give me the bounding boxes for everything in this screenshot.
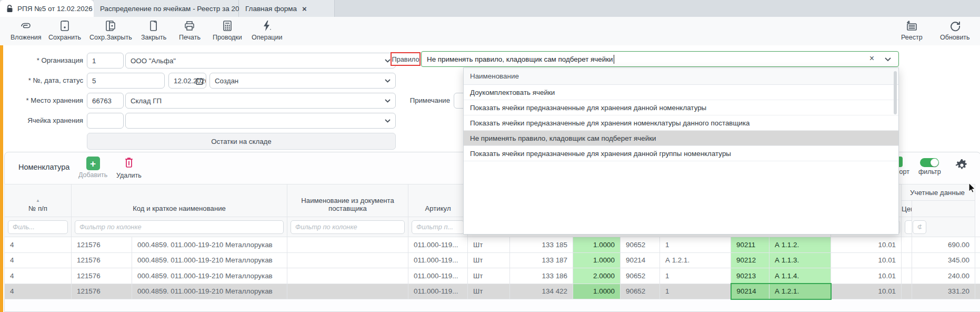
table-cell-id[interactable]: 134 422	[510, 284, 573, 299]
table-cell-qty[interactable]: 1.0000	[573, 252, 621, 268]
col-header-code-name[interactable]: Код и краткое наименование	[72, 184, 287, 217]
table-cell-supplier[interactable]	[287, 268, 408, 284]
table-cell-target_name[interactable]: А 1.2.1.	[769, 284, 831, 299]
chevron-down-icon[interactable]	[385, 59, 391, 63]
table-cell-cell_name[interactable]: 1	[660, 284, 731, 299]
filter-article-input[interactable]	[412, 220, 464, 234]
registry-button[interactable]: Реестр	[901, 19, 923, 41]
table-cell-unit[interactable]: Шт	[468, 237, 510, 253]
table-cell-name[interactable]: 000.4859. 011.000-119-210 Металлорукав	[132, 284, 287, 299]
table-cell-clip[interactable]	[975, 268, 980, 284]
table-cell-code[interactable]: 121576	[72, 284, 132, 299]
table-row[interactable]: 4121576000.4859. 011.000-119-210 Металло…	[5, 237, 980, 253]
table-cell-num[interactable]: 4	[5, 252, 72, 268]
table-cell-cell_code[interactable]: 90652	[621, 268, 660, 284]
table-cell-num[interactable]: 4	[5, 284, 72, 299]
table-cell-target_code[interactable]: 90214	[731, 284, 769, 299]
table-cell-price[interactable]: 240.00	[912, 268, 975, 284]
col-header-num[interactable]: ▲ № п/п	[5, 184, 72, 217]
doc-date-field[interactable]: 12.02.2026	[168, 73, 206, 89]
filter-clipped-input[interactable]	[913, 220, 926, 234]
operations-button[interactable]: Операции	[252, 19, 282, 41]
dropdown-item[interactable]: Показать ячейки предназначенные для хран…	[464, 146, 898, 161]
group-header-accounting[interactable]: Учетные данные	[902, 184, 975, 201]
table-cell-target_code[interactable]: 90212	[731, 252, 769, 268]
dropdown-item[interactable]: Показать ячейки предназначенные для хран…	[464, 100, 898, 115]
save-button[interactable]: Сохранить	[48, 19, 81, 41]
chevron-down-icon[interactable]	[385, 79, 391, 83]
table-cell-clip[interactable]	[975, 252, 980, 268]
table-cell-cell_code[interactable]: 90214	[621, 252, 660, 268]
table-cell-num[interactable]: 4	[5, 237, 72, 253]
col-header-price[interactable]: Цена	[902, 201, 912, 217]
table-cell-id[interactable]: 133 185	[510, 237, 573, 253]
doc-status-select[interactable]: Создан	[209, 73, 396, 89]
table-cell-cell_code[interactable]: 90652	[621, 284, 660, 299]
calendar-icon[interactable]	[196, 77, 203, 86]
chevron-down-icon[interactable]	[885, 57, 891, 62]
filter-supplier-input[interactable]	[291, 220, 405, 234]
org-code-field[interactable]: 1	[87, 53, 124, 69]
table-cell-rate[interactable]: 10.01	[831, 268, 902, 284]
table-settings-button[interactable]	[955, 159, 968, 172]
clear-icon[interactable]: ×	[869, 54, 874, 63]
table-row[interactable]: 4121576000.4859. 011.000-119-210 Металло…	[5, 252, 980, 268]
table-cell-rate[interactable]: 10.01	[831, 284, 902, 299]
toggle-on-icon[interactable]	[920, 158, 939, 167]
table-cell-target_code[interactable]: 90211	[731, 237, 769, 253]
table-row[interactable]: 4121576000.4859. 011.000-119-210 Металло…	[5, 284, 980, 299]
close-icon[interactable]: ×	[301, 4, 308, 13]
close-button[interactable]: Закрыть	[141, 19, 166, 41]
table-cell-price[interactable]: 331.20	[912, 284, 975, 299]
table-cell-unit[interactable]: Шт	[468, 284, 510, 299]
rule-combo-input[interactable]: Не применять правило, кладовщик сам подб…	[421, 51, 899, 67]
chevron-down-icon[interactable]	[385, 119, 391, 123]
table-cell-clip[interactable]	[975, 237, 980, 253]
storage-name-select[interactable]: Склад ГП	[125, 93, 396, 109]
table-cell-name[interactable]: 000.4859. 011.000-119-210 Металлорукав	[132, 237, 287, 253]
table-cell-price[interactable]: 345.00	[912, 252, 975, 268]
table-cell-name[interactable]: 000.4859. 011.000-119-210 Металлорукав	[132, 252, 287, 268]
table-cell-target_name[interactable]: А 1.1.3.	[769, 252, 831, 268]
table-cell-cell_code[interactable]: 90652	[621, 237, 660, 253]
cell-name-select[interactable]	[125, 113, 396, 129]
table-cell-supplier[interactable]	[287, 252, 408, 268]
attachments-button[interactable]: Вложения	[11, 19, 42, 41]
table-cell-code[interactable]: 121576	[72, 268, 132, 284]
refresh-button[interactable]: Обновить	[940, 19, 970, 41]
table-cell-rate[interactable]: 10.01	[831, 237, 902, 253]
table-cell-article[interactable]: 011.000-119...	[408, 237, 468, 253]
tab-document[interactable]: РПЯ №5 от 12.02.2026 ×	[0, 0, 94, 17]
table-cell-price[interactable]: 690.00	[912, 237, 975, 253]
stock-balance-button[interactable]: Остатки на складе	[87, 133, 396, 150]
col-header-supplier-name[interactable]: Наименование из документа поставщика	[287, 184, 408, 217]
save-close-button[interactable]: Сохр.Закрыть	[89, 19, 132, 41]
table-cell-target_name[interactable]: А 1.1.2.	[769, 237, 831, 253]
print-button[interactable]: Печать	[179, 19, 201, 41]
table-cell-code[interactable]: 121576	[72, 237, 132, 253]
dropdown-item[interactable]: Показать ячейки предназначенные для хран…	[464, 115, 898, 131]
table-cell-unit[interactable]: Шт	[468, 268, 510, 284]
table-cell-gap[interactable]	[902, 252, 912, 268]
filter-code-name-input[interactable]	[75, 220, 284, 234]
table-cell-article[interactable]: 011.000-119...	[408, 252, 468, 268]
table-cell-qty[interactable]: 1.0000	[573, 284, 621, 299]
cell-code-field[interactable]	[87, 113, 124, 129]
table-cell-code[interactable]: 121576	[72, 252, 132, 268]
doc-number-field[interactable]: 5	[87, 73, 165, 89]
filter-toggle[interactable]: фильтр	[918, 158, 941, 175]
table-cell-article[interactable]: 011.000-119...	[408, 284, 468, 299]
table-cell-qty[interactable]: 1.0000	[573, 237, 621, 253]
filter-price-input[interactable]	[905, 220, 912, 234]
table-cell-cell_name[interactable]: 1	[660, 268, 731, 284]
dropdown-item[interactable]: Доукомплектовать ячейки	[464, 85, 898, 100]
table-cell-rate[interactable]: 10.01	[831, 252, 902, 268]
table-cell-article[interactable]: 011.000-119...	[408, 268, 468, 284]
add-row-button[interactable]: + Добавить	[78, 157, 107, 179]
col-header-article[interactable]: Артикул	[408, 184, 468, 217]
dropdown-item[interactable]: Не применять правило, кладовщик сам подб…	[464, 131, 898, 146]
table-cell-id[interactable]: 133 187	[510, 252, 573, 268]
filter-num-input[interactable]	[8, 220, 68, 234]
table-cell-gap[interactable]	[902, 268, 912, 284]
table-cell-gap[interactable]	[902, 237, 912, 253]
